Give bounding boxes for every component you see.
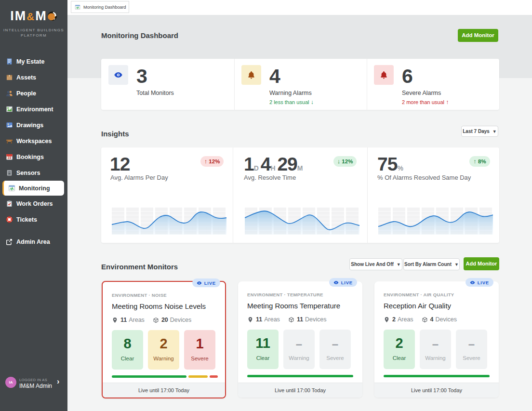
svg-text:23: 23 <box>8 156 12 159</box>
